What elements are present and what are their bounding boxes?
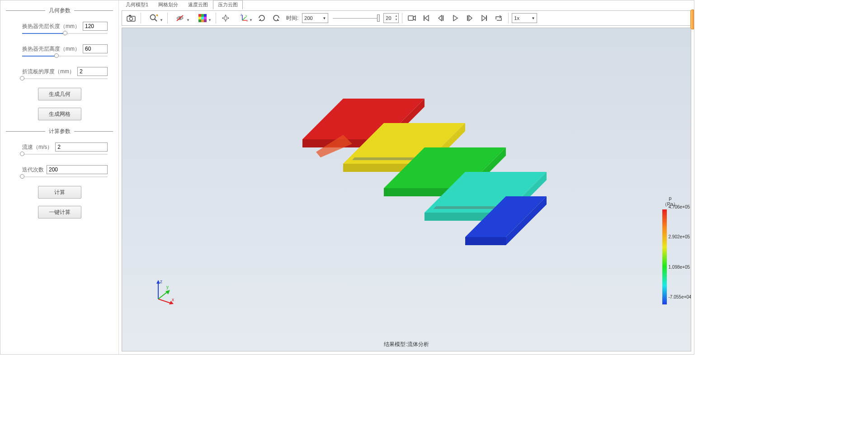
svg-rect-9 (204, 14, 207, 17)
time-slider[interactable] (333, 17, 379, 19)
svg-rect-16 (224, 17, 227, 19)
svg-rect-7 (198, 14, 201, 17)
sidebar: 几何参数 换热器壳层长度（mm） 换热器壳层高度（mm） 折流板的厚度（mm） … (0, 0, 119, 354)
svg-text:y: y (245, 14, 247, 18)
calculate-button[interactable]: 计算 (38, 186, 81, 199)
svg-rect-14 (201, 19, 204, 22)
svg-text:y: y (166, 285, 169, 289)
result-model-label: 结果模型:流体分析 (384, 341, 429, 348)
svg-rect-12 (204, 17, 207, 19)
frame-input[interactable]: 20 ▲▼ (383, 13, 399, 23)
svg-point-1 (130, 17, 133, 20)
svg-rect-8 (201, 14, 204, 17)
tab-pressure[interactable]: 压力云图 (213, 0, 243, 9)
svg-rect-23 (408, 16, 413, 20)
svg-rect-2 (129, 15, 131, 16)
generate-mesh-button[interactable]: 生成网格 (38, 108, 81, 120)
calc-params-header: 计算参数 (0, 128, 118, 135)
record-icon[interactable] (406, 12, 418, 24)
zoom-icon[interactable]: ▼ (144, 12, 164, 24)
tabs-bar: 几何模型1 网格划分 速度云图 压力云图 (119, 0, 694, 9)
last-frame-icon[interactable] (478, 12, 491, 24)
axes-icon[interactable]: zxy ▼ (234, 12, 254, 24)
svg-marker-47 (156, 280, 160, 284)
svg-rect-10 (198, 17, 201, 19)
pressure-colorbar: p （Pa） 4.706e+05 2.902e+05 1.098e+05 -7.… (662, 195, 678, 304)
iterations-slider[interactable] (22, 175, 108, 178)
baffle-thickness-slider[interactable] (22, 77, 108, 80)
one-click-calculate-button[interactable]: 一键计算 (38, 206, 81, 218)
tab-geometry-model[interactable]: 几何模型1 (121, 0, 153, 9)
svg-rect-13 (198, 19, 201, 22)
colorbar-label: -7.055e+04 (669, 294, 691, 299)
toolbar: ▼ ▼ ▼ zxy ▼ (122, 10, 691, 26)
time-select[interactable]: 200▼ (302, 13, 328, 23)
colormap-icon[interactable]: ▼ (193, 12, 212, 24)
colorbar-label: 1.098e+05 (669, 265, 691, 270)
svg-text:x: x (246, 19, 248, 22)
time-label: 时间: (286, 14, 298, 22)
pressure-contour-model (266, 94, 547, 266)
iterations-label: 迭代次数 (22, 166, 44, 174)
baffle-thickness-input[interactable] (77, 67, 108, 76)
colorbar-label: 4.706e+05 (669, 204, 691, 209)
iterations-input[interactable] (47, 165, 108, 174)
rotate-ccw-icon[interactable] (270, 12, 283, 24)
tab-mesh[interactable]: 网格划分 (153, 0, 183, 9)
svg-point-3 (151, 15, 156, 20)
svg-text:z: z (160, 279, 162, 284)
viewport-3d[interactable]: z x y p （Pa） 4.706e+05 2.902e+ (122, 28, 691, 351)
shell-height-label: 换热器壳层高度（mm） (22, 45, 80, 53)
svg-marker-43 (465, 237, 506, 245)
svg-text:x: x (172, 297, 174, 302)
velocity-label: 流速（m/s） (22, 143, 52, 151)
svg-line-4 (155, 19, 157, 21)
shell-length-slider[interactable] (22, 32, 108, 34)
first-frame-icon[interactable] (420, 12, 433, 24)
svg-rect-26 (467, 15, 468, 21)
speed-select[interactable]: 1x▼ (512, 13, 537, 23)
visibility-icon[interactable]: ▼ (171, 12, 191, 24)
shell-height-slider[interactable] (22, 54, 108, 57)
colorbar-label: 2.902e+05 (669, 234, 691, 239)
geometry-params-header: 几何参数 (0, 7, 118, 14)
play-icon[interactable] (449, 12, 462, 24)
velocity-input[interactable] (55, 142, 108, 152)
camera-icon[interactable] (125, 12, 137, 24)
prev-frame-icon[interactable] (434, 12, 447, 24)
svg-marker-53 (165, 290, 170, 294)
shell-length-label: 换热器壳层长度（mm） (22, 23, 80, 30)
main-area: 几何模型1 网格划分 速度云图 压力云图 ▼ ▼ (119, 0, 694, 354)
svg-line-19 (242, 17, 245, 20)
svg-rect-11 (201, 17, 204, 19)
axis-triad-icon: z x y (149, 279, 176, 306)
generate-geometry-button[interactable]: 生成几何 (38, 88, 81, 100)
shell-height-input[interactable] (83, 44, 108, 53)
right-drawer-handle[interactable] (690, 9, 694, 29)
shell-length-input[interactable] (83, 22, 108, 31)
pan-icon[interactable] (219, 12, 232, 24)
svg-rect-25 (443, 15, 443, 21)
svg-rect-15 (204, 19, 207, 22)
svg-text:z: z (241, 14, 242, 16)
loop-icon[interactable] (492, 12, 505, 24)
rotate-cw-icon[interactable] (255, 12, 268, 24)
next-frame-icon[interactable] (463, 12, 476, 24)
tab-velocity[interactable]: 速度云图 (183, 0, 213, 9)
baffle-thickness-label: 折流板的厚度（mm） (22, 68, 75, 76)
svg-rect-24 (424, 15, 425, 21)
svg-rect-27 (486, 15, 487, 21)
velocity-slider[interactable] (22, 152, 108, 155)
svg-line-49 (158, 299, 172, 304)
